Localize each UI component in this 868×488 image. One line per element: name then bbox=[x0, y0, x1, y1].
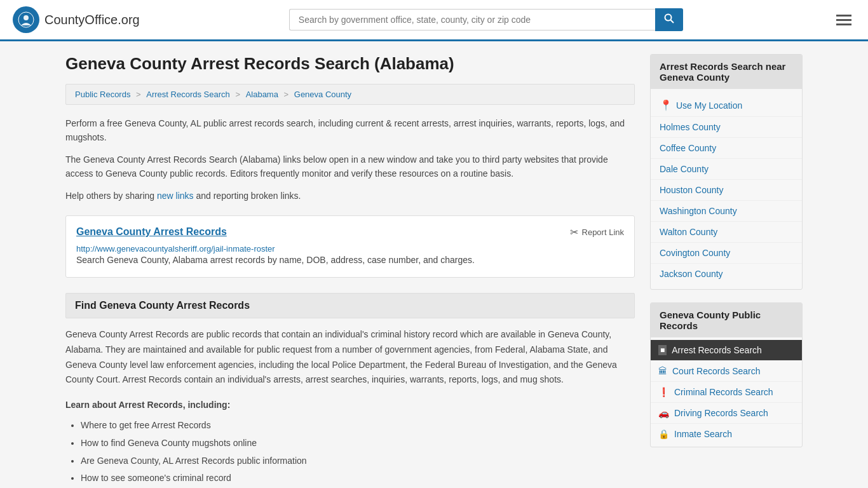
arrest-records-item: ■ Arrest Records Search bbox=[651, 340, 802, 361]
inmate-search-link[interactable]: 🔒 Inmate Search bbox=[651, 424, 802, 444]
inmate-search-label: Inmate Search bbox=[674, 429, 732, 439]
walton-county-link[interactable]: Walton County bbox=[651, 222, 802, 242]
inmate-icon: 🔒 bbox=[658, 429, 669, 439]
nearby-county-list: 📍 Use My Location Holmes County Coffee C… bbox=[651, 89, 802, 289]
svg-line-3 bbox=[670, 20, 674, 24]
logo-suffix: .org bbox=[118, 13, 139, 27]
criminal-records-label: Criminal Records Search bbox=[674, 387, 773, 397]
svg-point-1 bbox=[24, 15, 29, 20]
covington-county-link[interactable]: Covington County bbox=[651, 243, 802, 263]
main-content: Geneva County Arrest Records Search (Ala… bbox=[65, 54, 635, 488]
driving-records-item: 🚗 Driving Records Search bbox=[651, 403, 802, 424]
location-pin-icon: 📍 bbox=[660, 99, 672, 111]
list-item: Covington County bbox=[651, 243, 802, 264]
find-section-header: Find Geneva County Arrest Records bbox=[65, 293, 635, 318]
arrest-records-label: Arrest Records Search bbox=[672, 345, 762, 355]
intro-para-3-post: and reporting broken links. bbox=[194, 191, 301, 201]
report-label: Report Link bbox=[582, 227, 624, 237]
criminal-icon: ❗ bbox=[658, 387, 669, 397]
driving-records-link[interactable]: 🚗 Driving Records Search bbox=[651, 403, 802, 423]
nearby-section: Arrest Records Search near Geneva County… bbox=[650, 54, 803, 290]
breadcrumb-sep-3: > bbox=[284, 90, 291, 99]
report-link-button[interactable]: ✂ Report Link bbox=[570, 226, 624, 238]
inmate-search-item: 🔒 Inmate Search bbox=[651, 424, 802, 444]
find-section-body: Geneva County Arrest Records are public … bbox=[65, 327, 635, 488]
intro-para-2: The Geneva County Arrest Records Search … bbox=[65, 152, 635, 181]
breadcrumb-sep-2: > bbox=[235, 90, 242, 99]
page-title: Geneva County Arrest Records Search (Ala… bbox=[65, 54, 635, 74]
learn-title: Learn about Arrest Records, including: bbox=[65, 398, 635, 413]
coffee-county-link[interactable]: Coffee County bbox=[651, 138, 802, 158]
intro-para-1: Perform a free Geneva County, AL public … bbox=[65, 116, 635, 145]
court-icon: 🏛 bbox=[658, 366, 667, 376]
court-records-link[interactable]: 🏛 Court Records Search bbox=[651, 361, 802, 381]
svg-point-2 bbox=[665, 15, 671, 21]
record-header: Geneva County Arrest Records ✂ Report Li… bbox=[76, 226, 624, 238]
list-item: Dale County bbox=[651, 159, 802, 180]
driving-icon: 🚗 bbox=[658, 408, 669, 418]
list-item: How to find Geneva County mugshots onlin… bbox=[81, 436, 635, 451]
logo-area: CountyOffice.org bbox=[13, 6, 140, 33]
search-area bbox=[289, 8, 683, 31]
menu-line-2 bbox=[836, 19, 851, 21]
page-header: CountyOffice.org bbox=[0, 0, 868, 41]
list-item: Holmes County bbox=[651, 117, 802, 138]
arrest-icon: ■ bbox=[658, 345, 667, 355]
list-item: How to see someone's criminal record bbox=[81, 471, 635, 486]
new-links-link[interactable]: new links bbox=[157, 191, 194, 201]
houston-county-link[interactable]: Houston County bbox=[651, 180, 802, 200]
washington-county-link[interactable]: Washington County bbox=[651, 201, 802, 221]
public-records-section: Geneva County Public Records ■ Arrest Re… bbox=[650, 302, 803, 447]
logo-text: CountyOffice.org bbox=[44, 13, 140, 27]
criminal-records-item: ❗ Criminal Records Search bbox=[651, 382, 802, 403]
list-item: Washington County bbox=[651, 201, 802, 222]
list-item: Are Geneva County, AL Arrest Records pub… bbox=[81, 454, 635, 469]
holmes-county-link[interactable]: Holmes County bbox=[651, 117, 802, 137]
search-button[interactable] bbox=[655, 8, 683, 31]
main-container: Geneva County Arrest Records Search (Ala… bbox=[53, 41, 815, 488]
breadcrumb-sep-1: > bbox=[136, 90, 143, 99]
intro-para-3: Help others by sharing new links and rep… bbox=[65, 189, 635, 203]
driving-records-label: Driving Records Search bbox=[674, 408, 768, 418]
use-location-link[interactable]: Use My Location bbox=[676, 100, 742, 111]
breadcrumb-alabama[interactable]: Alabama bbox=[246, 90, 278, 99]
find-section-text: Geneva County Arrest Records are public … bbox=[65, 327, 635, 388]
use-location-item: 📍 Use My Location bbox=[651, 94, 802, 117]
breadcrumb-geneva-county[interactable]: Geneva County bbox=[294, 90, 351, 99]
intro-para-3-pre: Help others by sharing bbox=[65, 191, 157, 201]
arrest-records-link[interactable]: ■ Arrest Records Search bbox=[651, 340, 802, 360]
breadcrumb-public-records[interactable]: Public Records bbox=[75, 90, 130, 99]
list-item: Coffee County bbox=[651, 138, 802, 159]
menu-button[interactable] bbox=[832, 11, 855, 29]
dale-county-link[interactable]: Dale County bbox=[651, 159, 802, 179]
menu-line-3 bbox=[836, 24, 851, 25]
record-description: Search Geneva County, Alabama arrest rec… bbox=[76, 254, 624, 267]
logo-name: CountyOffice bbox=[44, 13, 118, 27]
record-url[interactable]: http://www.genevacountyalsheriff.org/jai… bbox=[76, 244, 275, 254]
menu-line-1 bbox=[836, 15, 851, 17]
search-input[interactable] bbox=[289, 9, 655, 30]
use-location-container: 📍 Use My Location bbox=[651, 94, 802, 116]
court-records-item: 🏛 Court Records Search bbox=[651, 361, 802, 382]
sidebar: Arrest Records Search near Geneva County… bbox=[650, 54, 803, 488]
criminal-records-link[interactable]: ❗ Criminal Records Search bbox=[651, 382, 802, 402]
logo-icon bbox=[13, 6, 39, 33]
learn-list: Where to get free Arrest Records How to … bbox=[65, 418, 635, 488]
record-title[interactable]: Geneva County Arrest Records bbox=[76, 226, 227, 238]
public-records-header: Geneva County Public Records bbox=[651, 303, 802, 337]
list-item: Jackson County bbox=[651, 264, 802, 284]
record-card: Geneva County Arrest Records ✂ Report Li… bbox=[65, 215, 635, 278]
list-item: Houston County bbox=[651, 180, 802, 201]
court-records-label: Court Records Search bbox=[672, 366, 761, 376]
breadcrumb-arrest-records[interactable]: Arrest Records Search bbox=[146, 90, 230, 99]
breadcrumb: Public Records > Arrest Records Search >… bbox=[65, 84, 635, 105]
list-item: Walton County bbox=[651, 222, 802, 243]
nearby-section-header: Arrest Records Search near Geneva County bbox=[651, 55, 802, 89]
jackson-county-link[interactable]: Jackson County bbox=[651, 264, 802, 284]
list-item: Where to get free Arrest Records bbox=[81, 418, 635, 433]
public-records-list: ■ Arrest Records Search 🏛 Court Records … bbox=[651, 337, 802, 447]
scissors-icon: ✂ bbox=[570, 226, 578, 238]
